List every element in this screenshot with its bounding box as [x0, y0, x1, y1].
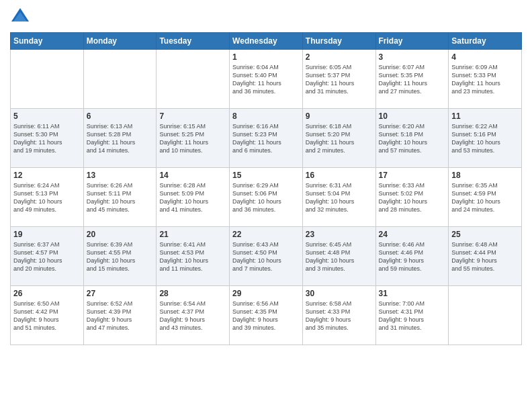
day-info: Sunrise: 6:24 AM Sunset: 5:13 PM Dayligh…: [13, 181, 81, 214]
day-info: Sunrise: 6:15 AM Sunset: 5:25 PM Dayligh…: [159, 122, 226, 155]
day-info: Sunrise: 6:16 AM Sunset: 5:23 PM Dayligh…: [232, 122, 300, 155]
day-number: 14: [159, 171, 226, 180]
calendar-cell: 29Sunrise: 6:56 AM Sunset: 4:35 PM Dayli…: [230, 286, 303, 345]
calendar-cell: 10Sunrise: 6:20 AM Sunset: 5:18 PM Dayli…: [375, 109, 449, 168]
calendar-cell: 25Sunrise: 6:48 AM Sunset: 4:44 PM Dayli…: [449, 227, 522, 286]
day-info: Sunrise: 6:13 AM Sunset: 5:28 PM Dayligh…: [87, 122, 154, 155]
day-info: Sunrise: 6:07 AM Sunset: 5:35 PM Dayligh…: [379, 63, 446, 96]
day-info: Sunrise: 6:46 AM Sunset: 4:46 PM Dayligh…: [379, 240, 446, 273]
calendar-week-row: 26Sunrise: 6:50 AM Sunset: 4:42 PM Dayli…: [11, 286, 522, 345]
calendar-cell: [83, 50, 157, 109]
calendar-cell: 31Sunrise: 7:00 AM Sunset: 4:31 PM Dayli…: [375, 286, 449, 345]
calendar-cell: [449, 286, 522, 345]
day-info: Sunrise: 6:18 AM Sunset: 5:20 PM Dayligh…: [306, 122, 373, 155]
weekday-header: Saturday: [449, 33, 522, 50]
weekday-header: Thursday: [302, 33, 375, 50]
day-number: 5: [13, 111, 81, 121]
day-info: Sunrise: 6:37 AM Sunset: 4:57 PM Dayligh…: [13, 240, 81, 273]
logo: [10, 7, 33, 27]
day-info: Sunrise: 6:09 AM Sunset: 5:33 PM Dayligh…: [451, 63, 519, 96]
day-number: 2: [306, 52, 373, 62]
calendar-cell: 8Sunrise: 6:16 AM Sunset: 5:23 PM Daylig…: [230, 109, 303, 168]
calendar-cell: 23Sunrise: 6:45 AM Sunset: 4:48 PM Dayli…: [302, 227, 375, 286]
day-info: Sunrise: 6:04 AM Sunset: 5:40 PM Dayligh…: [232, 63, 300, 96]
day-info: Sunrise: 6:26 AM Sunset: 5:11 PM Dayligh…: [87, 181, 154, 214]
weekday-header: Friday: [375, 33, 449, 50]
day-info: Sunrise: 6:31 AM Sunset: 5:04 PM Dayligh…: [306, 181, 373, 214]
day-number: 24: [379, 230, 446, 239]
calendar-week-row: 5Sunrise: 6:11 AM Sunset: 5:30 PM Daylig…: [11, 109, 522, 168]
day-number: 13: [87, 171, 154, 180]
calendar-cell: 13Sunrise: 6:26 AM Sunset: 5:11 PM Dayli…: [83, 168, 157, 227]
calendar-cell: 4Sunrise: 6:09 AM Sunset: 5:33 PM Daylig…: [449, 50, 522, 109]
day-number: 4: [451, 52, 519, 62]
weekday-header: Tuesday: [157, 33, 230, 50]
day-info: Sunrise: 6:41 AM Sunset: 4:53 PM Dayligh…: [159, 240, 226, 273]
day-info: Sunrise: 6:52 AM Sunset: 4:39 PM Dayligh…: [87, 300, 154, 332]
calendar-cell: 7Sunrise: 6:15 AM Sunset: 5:25 PM Daylig…: [157, 109, 230, 168]
calendar-cell: 17Sunrise: 6:33 AM Sunset: 5:02 PM Dayli…: [375, 168, 449, 227]
day-number: 9: [306, 111, 373, 121]
day-number: 17: [379, 171, 446, 180]
day-info: Sunrise: 6:50 AM Sunset: 4:42 PM Dayligh…: [13, 300, 81, 332]
calendar-cell: 26Sunrise: 6:50 AM Sunset: 4:42 PM Dayli…: [11, 286, 84, 345]
calendar-cell: 20Sunrise: 6:39 AM Sunset: 4:55 PM Dayli…: [83, 227, 157, 286]
day-info: Sunrise: 6:33 AM Sunset: 5:02 PM Dayligh…: [379, 181, 446, 214]
logo-icon: [10, 7, 30, 27]
calendar-cell: [11, 50, 84, 109]
calendar-cell: 30Sunrise: 6:58 AM Sunset: 4:33 PM Dayli…: [302, 286, 375, 345]
calendar-cell: 16Sunrise: 6:31 AM Sunset: 5:04 PM Dayli…: [302, 168, 375, 227]
weekday-header: Monday: [83, 33, 157, 50]
calendar: SundayMondayTuesdayWednesdayThursdayFrid…: [10, 32, 522, 345]
day-number: 6: [87, 111, 154, 121]
day-info: Sunrise: 6:45 AM Sunset: 4:48 PM Dayligh…: [306, 240, 373, 273]
calendar-cell: 24Sunrise: 6:46 AM Sunset: 4:46 PM Dayli…: [375, 227, 449, 286]
day-info: Sunrise: 6:22 AM Sunset: 5:16 PM Dayligh…: [451, 122, 519, 155]
day-number: 23: [306, 230, 373, 239]
day-info: Sunrise: 6:54 AM Sunset: 4:37 PM Dayligh…: [159, 300, 226, 332]
calendar-week-row: 1Sunrise: 6:04 AM Sunset: 5:40 PM Daylig…: [11, 50, 522, 109]
day-number: 29: [232, 289, 300, 298]
day-info: Sunrise: 7:00 AM Sunset: 4:31 PM Dayligh…: [379, 300, 446, 332]
day-info: Sunrise: 6:39 AM Sunset: 4:55 PM Dayligh…: [87, 240, 154, 273]
day-info: Sunrise: 6:28 AM Sunset: 5:09 PM Dayligh…: [159, 181, 226, 214]
day-number: 16: [306, 171, 373, 180]
calendar-cell: 15Sunrise: 6:29 AM Sunset: 5:06 PM Dayli…: [230, 168, 303, 227]
calendar-cell: 14Sunrise: 6:28 AM Sunset: 5:09 PM Dayli…: [157, 168, 230, 227]
day-number: 10: [379, 111, 446, 121]
calendar-cell: 1Sunrise: 6:04 AM Sunset: 5:40 PM Daylig…: [230, 50, 303, 109]
day-number: 20: [87, 230, 154, 239]
weekday-header: Wednesday: [230, 33, 303, 50]
header: [10, 7, 522, 27]
calendar-cell: 22Sunrise: 6:43 AM Sunset: 4:50 PM Dayli…: [230, 227, 303, 286]
day-number: 3: [379, 52, 446, 62]
day-number: 15: [232, 171, 300, 180]
day-info: Sunrise: 6:11 AM Sunset: 5:30 PM Dayligh…: [13, 122, 81, 155]
day-number: 18: [451, 171, 519, 180]
day-number: 22: [232, 230, 300, 239]
day-number: 7: [159, 111, 226, 121]
calendar-cell: 2Sunrise: 6:05 AM Sunset: 5:37 PM Daylig…: [302, 50, 375, 109]
calendar-cell: 5Sunrise: 6:11 AM Sunset: 5:30 PM Daylig…: [11, 109, 84, 168]
calendar-cell: 6Sunrise: 6:13 AM Sunset: 5:28 PM Daylig…: [83, 109, 157, 168]
day-info: Sunrise: 6:43 AM Sunset: 4:50 PM Dayligh…: [232, 240, 300, 273]
calendar-cell: [157, 50, 230, 109]
day-number: 12: [13, 171, 81, 180]
day-info: Sunrise: 6:56 AM Sunset: 4:35 PM Dayligh…: [232, 300, 300, 332]
weekday-header-row: SundayMondayTuesdayWednesdayThursdayFrid…: [11, 33, 522, 50]
day-number: 30: [306, 289, 373, 298]
calendar-cell: 18Sunrise: 6:35 AM Sunset: 4:59 PM Dayli…: [449, 168, 522, 227]
calendar-week-row: 19Sunrise: 6:37 AM Sunset: 4:57 PM Dayli…: [11, 227, 522, 286]
day-number: 28: [159, 289, 226, 298]
calendar-cell: 9Sunrise: 6:18 AM Sunset: 5:20 PM Daylig…: [302, 109, 375, 168]
page: SundayMondayTuesdayWednesdayThursdayFrid…: [0, 0, 532, 411]
day-info: Sunrise: 6:35 AM Sunset: 4:59 PM Dayligh…: [451, 181, 519, 214]
day-number: 27: [87, 289, 154, 298]
calendar-cell: 12Sunrise: 6:24 AM Sunset: 5:13 PM Dayli…: [11, 168, 84, 227]
day-number: 21: [159, 230, 226, 239]
day-info: Sunrise: 6:29 AM Sunset: 5:06 PM Dayligh…: [232, 181, 300, 214]
calendar-cell: 11Sunrise: 6:22 AM Sunset: 5:16 PM Dayli…: [449, 109, 522, 168]
calendar-week-row: 12Sunrise: 6:24 AM Sunset: 5:13 PM Dayli…: [11, 168, 522, 227]
weekday-header: Sunday: [11, 33, 84, 50]
day-number: 25: [451, 230, 519, 239]
